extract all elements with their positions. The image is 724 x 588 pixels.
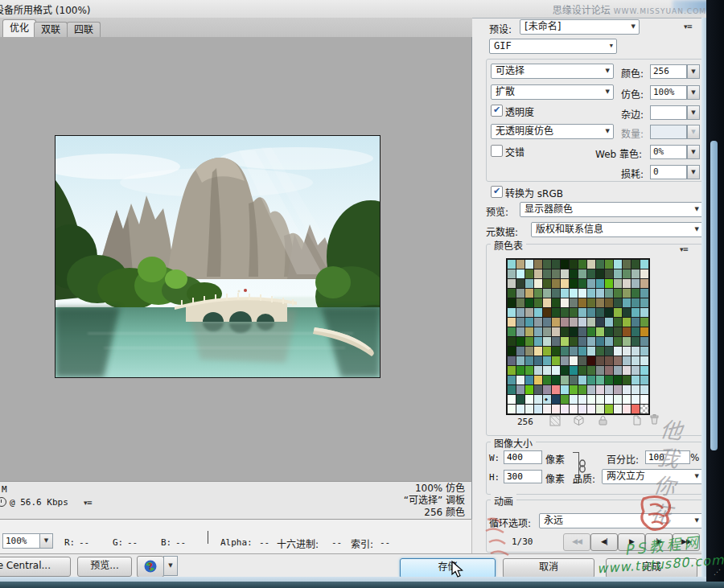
color-swatch[interactable] [543, 279, 551, 288]
color-swatch[interactable] [614, 289, 622, 298]
width-input[interactable] [504, 450, 542, 464]
speed-menu-icon[interactable]: ▾≡ [84, 499, 92, 507]
color-swatch[interactable] [534, 318, 542, 327]
color-swatch[interactable] [605, 298, 613, 307]
color-swatch[interactable] [525, 366, 533, 375]
color-swatch[interactable] [552, 318, 560, 327]
color-swatch[interactable] [623, 279, 631, 288]
color-swatch[interactable] [534, 260, 542, 269]
color-swatch[interactable] [525, 327, 533, 336]
color-swatch[interactable] [596, 289, 604, 298]
color-swatch[interactable] [587, 347, 595, 356]
color-swatch[interactable] [596, 298, 604, 307]
color-swatch[interactable] [587, 279, 595, 288]
color-swatch[interactable] [578, 289, 586, 298]
resize-grip[interactable]: ⋰ [714, 568, 721, 576]
color-swatch[interactable] [508, 347, 516, 356]
transparency-dither-combo[interactable]: 无透明度仿色▼ [491, 124, 614, 139]
color-swatch[interactable] [508, 289, 516, 298]
color-swatch[interactable] [631, 269, 640, 278]
color-swatch[interactable] [561, 308, 569, 317]
color-swatch[interactable] [543, 385, 551, 394]
color-swatch[interactable] [508, 337, 516, 346]
color-swatch[interactable] [561, 337, 569, 346]
color-swatch[interactable] [516, 347, 524, 356]
color-swatch[interactable] [534, 289, 542, 298]
color-swatch[interactable] [631, 260, 640, 269]
color-swatch[interactable] [640, 376, 648, 384]
color-swatch[interactable] [631, 366, 640, 375]
tab-2up[interactable]: 双联 [34, 22, 68, 37]
color-swatch[interactable] [605, 279, 613, 288]
browser-preview-dropdown[interactable]: ▼ [163, 556, 178, 576]
color-swatch[interactable] [578, 327, 586, 336]
color-swatch[interactable] [614, 347, 622, 356]
color-swatch[interactable] [570, 366, 578, 375]
color-swatch[interactable] [525, 405, 533, 413]
color-swatch[interactable] [543, 308, 551, 317]
color-swatch[interactable] [552, 395, 560, 404]
done-button[interactable]: 完成 [606, 558, 697, 578]
color-swatch[interactable] [596, 308, 604, 317]
preview-in-browser-button[interactable]: 预览... [77, 557, 132, 577]
color-swatch[interactable] [614, 327, 622, 336]
color-swatch[interactable] [525, 279, 533, 288]
dither-value-box[interactable]: 100% [650, 85, 687, 100]
lossy-value-box[interactable]: 0 [650, 165, 687, 179]
color-swatch[interactable] [640, 395, 648, 404]
color-swatch[interactable] [570, 347, 578, 356]
color-swatch[interactable] [587, 356, 595, 365]
color-swatch[interactable] [640, 260, 648, 269]
color-swatch[interactable] [587, 376, 595, 384]
new-color-icon[interactable] [631, 414, 643, 426]
color-swatch[interactable] [543, 298, 551, 307]
color-swatch[interactable] [640, 318, 648, 327]
color-swatch[interactable] [640, 385, 648, 394]
color-swatch[interactable] [543, 337, 551, 346]
color-swatch[interactable] [605, 318, 613, 327]
color-swatch[interactable] [640, 289, 648, 298]
color-swatch[interactable] [561, 356, 569, 365]
color-swatch[interactable] [516, 395, 524, 404]
color-swatch[interactable] [561, 260, 569, 269]
zoom-dropdown-button[interactable]: ▼ [39, 533, 53, 549]
color-swatch[interactable] [561, 366, 569, 375]
color-swatch[interactable] [552, 356, 560, 365]
color-swatch[interactable] [605, 385, 613, 394]
color-swatch[interactable] [561, 405, 569, 413]
format-combo[interactable]: GIF▼ [489, 39, 617, 54]
color-swatch[interactable] [578, 376, 586, 384]
color-swatch[interactable] [578, 395, 586, 404]
color-swatch[interactable] [596, 366, 604, 375]
color-swatch[interactable] [543, 347, 551, 356]
color-swatch[interactable] [605, 337, 613, 346]
color-swatch[interactable] [552, 279, 560, 288]
previous-frame-button[interactable]: ◀| [590, 533, 618, 551]
lossy-dropdown-button[interactable]: ▼ [687, 165, 700, 179]
color-swatch[interactable] [587, 289, 595, 298]
color-swatch[interactable] [614, 269, 622, 278]
color-swatch[interactable] [623, 366, 631, 375]
color-swatch[interactable] [623, 337, 631, 346]
color-swatch[interactable] [516, 269, 524, 278]
web-shift-cube-icon[interactable] [573, 414, 585, 426]
color-swatch[interactable] [552, 269, 560, 278]
color-swatch[interactable] [570, 356, 578, 365]
color-swatch[interactable] [640, 308, 648, 317]
color-swatch[interactable] [587, 337, 595, 346]
color-swatch[interactable] [631, 308, 640, 317]
color-swatch[interactable] [508, 385, 516, 394]
color-swatch[interactable] [623, 298, 631, 307]
color-swatch[interactable] [508, 279, 516, 288]
color-swatch[interactable] [516, 279, 524, 288]
color-table-menu-icon[interactable]: ▾≡ [680, 245, 688, 253]
color-swatch[interactable] [640, 327, 648, 336]
color-swatch[interactable] [614, 376, 622, 384]
next-frame-button[interactable]: |▶ [645, 533, 673, 551]
color-swatch[interactable] [552, 405, 560, 413]
color-swatch[interactable] [623, 308, 631, 317]
color-swatch[interactable] [543, 405, 551, 413]
color-swatch[interactable] [623, 327, 631, 336]
color-swatch[interactable] [614, 356, 622, 365]
metadata-combo[interactable]: 版权和联系信息▼ [531, 222, 703, 237]
